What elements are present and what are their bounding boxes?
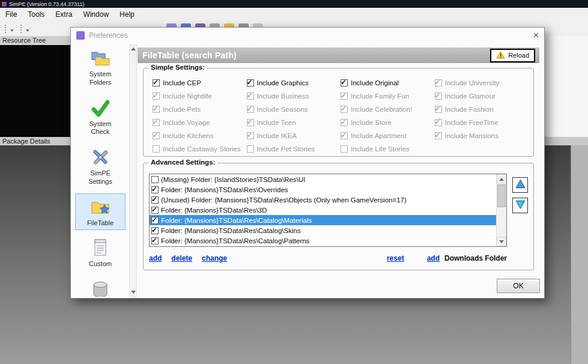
foldertable-list: (Missing) Folder: {IslandStories}TSData\… [150, 174, 496, 246]
checkbox-label: Include CEP [163, 79, 201, 86]
toolbar-grip[interactable] [20, 25, 23, 33]
checkbox-include-store[interactable]: Include Store [341, 116, 435, 129]
checkbox-include-pet-stories[interactable]: Include Pet Stories [247, 142, 341, 156]
link-add[interactable]: add [427, 254, 440, 262]
sidebar-item-filetable[interactable]: FileTable [75, 193, 126, 231]
checkbox-include-nightlife[interactable]: Include Nightlife [153, 89, 247, 103]
sidebar-item-database[interactable] [75, 276, 126, 297]
checkbox-label: Include Life Stories [351, 145, 410, 153]
toolbar-dropdown-icon[interactable] [10, 29, 14, 32]
link-add[interactable]: add [149, 254, 162, 262]
checkbox-include-cep[interactable]: Include CEP [153, 76, 247, 89]
checkbox-include-mansions[interactable]: Include Mansions [435, 129, 529, 142]
link-change[interactable]: change [202, 254, 227, 262]
checkbox-label: Include Mansions [445, 132, 499, 139]
checkbox-include-celebration[interactable]: Include Celebration! [341, 103, 435, 116]
checkbox-box[interactable] [151, 217, 159, 224]
checkbox-box[interactable] [151, 176, 159, 183]
checkbox-include-glamour[interactable]: Include Glamour [435, 89, 529, 103]
scrollbar-thumb[interactable] [497, 184, 506, 207]
checkbox-include-pets[interactable]: Include Pets [153, 103, 247, 116]
checkbox-box [435, 106, 442, 113]
move-up-button[interactable] [512, 177, 528, 193]
menu-item-tools[interactable]: Tools [22, 8, 50, 20]
checkbox-include-graphics[interactable]: Include Graphics [247, 76, 341, 89]
list-item-label: (Unused) Folder: {Mansions}TSData\Res\Ob… [161, 196, 407, 204]
checkbox-label: Include Seasons [257, 106, 308, 113]
checkbox-include-apartment[interactable]: Include Apartment [341, 129, 435, 142]
checkbox-include-castaway-stories[interactable]: Include Castaway Stories [153, 142, 247, 156]
dialog-titlebar[interactable]: Preferences × [71, 28, 544, 43]
checkbox-include-business[interactable]: Include Business [247, 89, 341, 103]
sidebar-item-system-folders[interactable]: System Folders [75, 44, 126, 90]
checkbox-include-voyage[interactable]: Include Voyage [153, 116, 247, 129]
arrow-up-icon [515, 179, 526, 191]
link-delete[interactable]: delete [171, 254, 192, 262]
checkbox-include-ikea[interactable]: Include IKEA [247, 129, 341, 142]
checkbox-box [341, 106, 348, 113]
list-item-label: Folder: {Mansions}TSData\Res\3D [161, 207, 267, 214]
checkbox-label: Include Voyage [163, 119, 210, 126]
sidebar-item-custom[interactable]: Custom [75, 234, 126, 271]
checkbox-include-seasons[interactable]: Include Seasons [247, 103, 341, 116]
scroll-down-icon[interactable] [130, 288, 136, 296]
sidebar-item-label: Custom [79, 260, 121, 268]
list-item[interactable]: Folder: {Mansions}TSData\Res\Overrides [150, 184, 496, 195]
foldertable-listbox: (Missing) Folder: {IslandStories}TSData\… [149, 174, 507, 247]
ok-button[interactable]: OK [497, 279, 540, 293]
checkbox-box [341, 79, 348, 86]
checkbox-box [341, 93, 348, 100]
checkbox-include-life-stories[interactable]: Include Life Stories [341, 142, 435, 156]
list-item[interactable]: Folder: {Mansions}TSData\Res\Catalog\Mat… [150, 215, 496, 225]
checkbox-include-freetime[interactable]: Include FreeTime [435, 116, 529, 129]
move-down-button[interactable] [512, 198, 528, 213]
checkbox-include-university[interactable]: Include University [435, 76, 529, 89]
checkbox-box[interactable] [151, 186, 159, 193]
reload-button[interactable]: Reload [491, 49, 535, 62]
list-scrollbar[interactable] [496, 174, 506, 246]
scroll-down-icon[interactable] [497, 237, 506, 246]
menu-item-extra[interactable]: Extra [50, 8, 77, 20]
advanced-settings-title: Advanced Settings: [148, 159, 217, 166]
dialog-sidebar-items: System FoldersSystem CheckSimPE Settings… [72, 44, 129, 297]
menu-item-window[interactable]: Window [77, 8, 114, 20]
dialog-title: Preferences [89, 31, 128, 40]
menu-item-help[interactable]: Help [114, 8, 140, 20]
checkbox-box[interactable] [151, 207, 159, 214]
link-reset[interactable]: reset [387, 254, 404, 262]
list-item[interactable]: (Unused) Folder: {Mansions}TSData\Res\Ob… [150, 195, 496, 205]
menu-item-file[interactable]: File [0, 8, 22, 20]
checkbox-box [153, 119, 160, 126]
checkbox-include-teen[interactable]: Include Teen [247, 116, 341, 129]
list-item[interactable]: Folder: {Mansions}TSData\Res\3D [150, 205, 496, 215]
simple-settings-group: Simple Settings: Include CEPInclude Grap… [143, 68, 534, 157]
checkbox-label: Include Fashion [445, 106, 494, 113]
checkbox-include-kitchens[interactable]: Include Kitchens [153, 129, 247, 142]
checkbox-box[interactable] [151, 227, 159, 234]
scroll-up-icon[interactable] [130, 45, 136, 53]
checkbox-include-family-fun[interactable]: Include Family Fun [341, 89, 435, 103]
sidebar-item-system-check[interactable]: System Check [75, 94, 126, 140]
toolbar-grip[interactable] [5, 25, 7, 33]
checkbox-label: Include Pets [163, 106, 201, 113]
sidebar-item-simpe-settings[interactable]: SimPE Settings [75, 144, 126, 189]
checkbox-box [247, 119, 254, 126]
app-icon [2, 2, 7, 7]
warning-icon [496, 51, 505, 60]
checkbox-include-fashion[interactable]: Include Fashion [435, 103, 529, 116]
sidebar-scrollbar[interactable] [129, 44, 137, 297]
checkbox-box[interactable] [151, 196, 159, 204]
list-item[interactable]: Folder: {Mansions}TSData\Res\Catalog\Ski… [150, 225, 496, 235]
list-item[interactable]: Folder: {Mansions}TSData\Res\Catalog\Pat… [150, 235, 496, 246]
toolbar-dropdown-icon[interactable] [26, 29, 29, 32]
checkbox-box[interactable] [151, 237, 159, 244]
checkbox-include-original[interactable]: Include Original [341, 76, 435, 89]
checkbox-box [153, 132, 160, 139]
close-icon[interactable]: × [533, 31, 539, 40]
checkbox-box [247, 132, 254, 139]
list-item[interactable]: (Missing) Folder: {IslandStories}TSData\… [150, 174, 496, 184]
checkbox-label: Include FreeTime [445, 119, 499, 126]
scroll-up-icon[interactable] [497, 174, 506, 184]
checkbox-box [247, 79, 254, 86]
sidebar-item-label: SimPE Settings [79, 169, 121, 186]
